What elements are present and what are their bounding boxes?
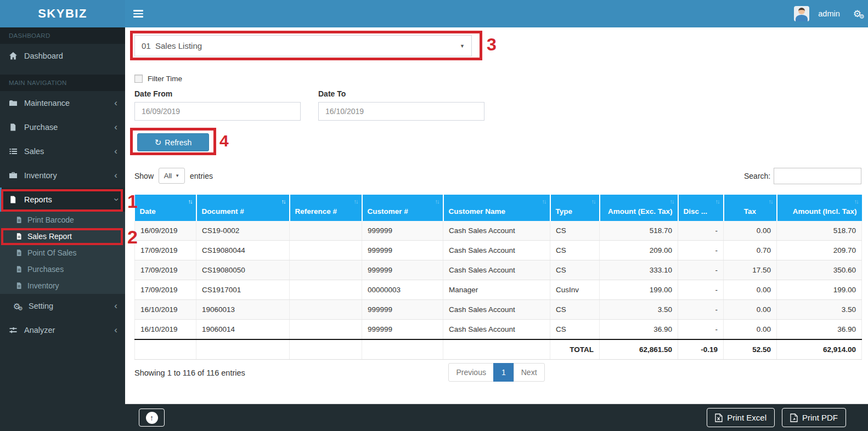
table-cell: CusInv bbox=[550, 280, 600, 300]
page-1-button[interactable]: 1 bbox=[493, 363, 514, 382]
column-header[interactable]: Tax↑↓ bbox=[724, 195, 777, 221]
total-cell: 62,861.50 bbox=[600, 339, 678, 360]
chevron-down-icon: ‹ bbox=[110, 198, 121, 201]
table-cell: 518.70 bbox=[777, 221, 862, 241]
table-cell: Manager bbox=[443, 280, 550, 300]
date-from-input[interactable] bbox=[134, 102, 301, 121]
sort-icon: ↑↓ bbox=[854, 197, 858, 206]
column-header[interactable]: Amount (Incl. Tax)↑↓ bbox=[777, 195, 862, 221]
sidebar-item-label: Dashboard bbox=[24, 52, 63, 60]
chevron-left-icon: ‹ bbox=[114, 300, 117, 311]
report-type-select[interactable]: 01 Sales Listing ▼ bbox=[134, 35, 472, 56]
sidebar-item-label: Point Of Sales bbox=[27, 248, 77, 257]
column-header[interactable]: Document #↑↓ bbox=[196, 195, 290, 221]
file-text-icon bbox=[15, 232, 22, 240]
table-header-row: Date↑↓Document #↑↓Reference #↑↓Customer … bbox=[135, 195, 862, 221]
refresh-button[interactable]: ↻ Refresh bbox=[137, 133, 209, 151]
hamburger-menu-icon[interactable] bbox=[133, 10, 143, 19]
table-cell: 199.00 bbox=[600, 280, 678, 300]
table-cell: 3.50 bbox=[777, 300, 862, 320]
sidebar-item-point-of-sales[interactable]: Point Of Sales bbox=[0, 245, 125, 261]
sidebar-item-setting[interactable]: ⚙⚙ Setting ‹ bbox=[0, 294, 125, 318]
sidebar-item-label: Inventory bbox=[24, 171, 57, 180]
sidebar-item-dashboard[interactable]: Dashboard bbox=[0, 44, 125, 68]
user-avatar[interactable] bbox=[794, 6, 809, 21]
date-to-input[interactable] bbox=[318, 102, 484, 121]
entries-length-value: All bbox=[164, 172, 172, 180]
column-header[interactable]: Customer #↑↓ bbox=[362, 195, 443, 221]
table-cell: 518.70 bbox=[600, 221, 678, 241]
sidebar-item-purchases[interactable]: Purchases bbox=[0, 261, 125, 277]
file-text-icon bbox=[15, 282, 22, 290]
sort-icon: ↑↓ bbox=[281, 197, 285, 206]
entries-length-select[interactable]: All ▼ bbox=[159, 168, 185, 184]
table-cell: Cash Sales Account bbox=[443, 241, 550, 260]
filter-time-label: Filter Time bbox=[148, 75, 182, 83]
sidebar-item-inventory-report[interactable]: Inventory bbox=[0, 277, 125, 294]
column-header[interactable]: Date↑↓ bbox=[135, 195, 196, 221]
gears-icon: ⚙⚙ bbox=[13, 302, 23, 310]
table-cell: 17/09/2019 bbox=[135, 241, 196, 260]
sort-icon: ↑↓ bbox=[715, 197, 719, 206]
sidebar-item-sales-report[interactable]: Sales Report bbox=[0, 228, 125, 245]
sales-table-wrap: Date↑↓Document #↑↓Reference #↑↓Customer … bbox=[134, 195, 861, 360]
username-label[interactable]: admin bbox=[818, 9, 840, 18]
entries-label: entries bbox=[190, 172, 213, 180]
table-cell: CS bbox=[550, 300, 600, 320]
sidebar-item-reports[interactable]: Reports ‹ bbox=[0, 188, 125, 212]
file-icon bbox=[9, 123, 19, 132]
settings-gears-icon[interactable]: ⚙⚙ bbox=[853, 9, 861, 19]
filter-time-checkbox[interactable] bbox=[134, 75, 143, 83]
column-header[interactable]: Disc ...↑↓ bbox=[678, 195, 724, 221]
file-icon bbox=[9, 195, 19, 204]
sidebar-item-maintenance[interactable]: Maintenance ‹ bbox=[0, 91, 125, 115]
table-cell: - bbox=[678, 241, 724, 260]
table-cell: 3.50 bbox=[600, 300, 678, 320]
sliders-icon bbox=[9, 326, 19, 334]
list-icon bbox=[9, 147, 19, 156]
table-cell: 209.00 bbox=[600, 241, 678, 260]
table-cell: - bbox=[678, 300, 724, 320]
print-excel-button[interactable]: Print Excel bbox=[707, 408, 775, 427]
sidebar-item-print-barcode[interactable]: Print Barcode bbox=[0, 212, 125, 228]
table-cell: CS19-0002 bbox=[196, 221, 290, 241]
table-cell: 999999 bbox=[362, 260, 443, 280]
table-cell: 0.70 bbox=[724, 241, 777, 260]
column-header[interactable]: Reference #↑↓ bbox=[290, 195, 362, 221]
table-row[interactable]: 17/09/2019CS19080050999999Cash Sales Acc… bbox=[135, 260, 862, 280]
sidebar-item-analyzer[interactable]: Analyzer ‹ bbox=[0, 318, 125, 342]
arrow-up-icon: ↑ bbox=[146, 412, 158, 424]
table-cell: CS bbox=[550, 260, 600, 280]
sidebar-item-label: Inventory bbox=[27, 281, 59, 290]
table-row[interactable]: 17/09/2019CS191700100000003ManagerCusInv… bbox=[135, 280, 862, 300]
table-cell: Cash Sales Account bbox=[443, 320, 550, 340]
table-cell: 00000003 bbox=[362, 280, 443, 300]
total-cell bbox=[362, 339, 443, 360]
sidebar-item-sales[interactable]: Sales ‹ bbox=[0, 139, 125, 163]
sidebar-item-label: Sales bbox=[24, 147, 44, 156]
column-header[interactable]: Type↑↓ bbox=[550, 195, 600, 221]
total-cell bbox=[443, 339, 550, 360]
table-row[interactable]: 16/09/2019CS19-0002999999Cash Sales Acco… bbox=[135, 221, 862, 241]
table-cell: 199.00 bbox=[777, 280, 862, 300]
search-input[interactable] bbox=[774, 168, 861, 184]
table-cell: 209.70 bbox=[777, 241, 862, 260]
sidebar-item-inventory[interactable]: Inventory ‹ bbox=[0, 163, 125, 188]
avatar-torso bbox=[796, 15, 808, 21]
table-row[interactable]: 16/10/201919060014999999Cash Sales Accou… bbox=[135, 320, 862, 340]
table-cell: CS1917001 bbox=[196, 280, 290, 300]
sidebar-item-purchase[interactable]: Purchase ‹ bbox=[0, 115, 125, 139]
date-to-label: Date To bbox=[318, 89, 346, 98]
sidebar-item-label: Purchase bbox=[24, 123, 58, 132]
previous-page-button[interactable]: Previous bbox=[448, 363, 493, 382]
next-page-button[interactable]: Next bbox=[514, 363, 545, 382]
column-header[interactable]: Customer Name↑↓ bbox=[443, 195, 550, 221]
table-row[interactable]: 17/09/2019CS19080044999999Cash Sales Acc… bbox=[135, 241, 862, 260]
table-row[interactable]: 16/10/201919060013999999Cash Sales Accou… bbox=[135, 300, 862, 320]
column-header[interactable]: Amount (Exc. Tax)↑↓ bbox=[600, 195, 678, 221]
print-pdf-button[interactable]: Print PDF bbox=[782, 408, 846, 427]
scroll-to-top-button[interactable]: ↑ bbox=[139, 409, 165, 427]
table-cell: - bbox=[678, 221, 724, 241]
total-cell: 62,914.00 bbox=[777, 339, 862, 360]
table-cell: 36.90 bbox=[777, 320, 862, 340]
